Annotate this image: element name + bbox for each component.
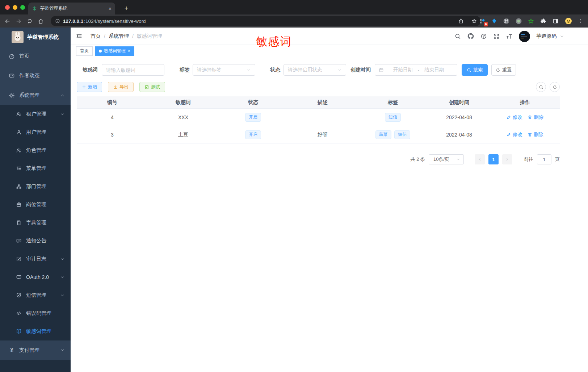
tab-sensitive-word[interactable]: 敏感词管理 ×	[95, 46, 134, 56]
org-chart-icon	[16, 184, 22, 189]
browser-tab[interactable]: 芋道管理系统 ×	[28, 3, 115, 14]
tab-close-icon[interactable]: ×	[109, 6, 112, 11]
bookmark-star-icon[interactable]	[471, 18, 477, 24]
profile-emoji-avatar[interactable]	[564, 17, 572, 25]
sidebar-item-audit-log[interactable]: 审计日志	[0, 250, 71, 268]
sidebar-item-system[interactable]: 系统管理	[0, 85, 71, 105]
command-extension-icon[interactable]	[503, 18, 510, 25]
sidebar-item-author-news[interactable]: 作者动态	[0, 66, 71, 85]
tag-badge: 蔬菜	[375, 130, 391, 139]
url-bar[interactable]: 127.0.0.1:1024/system/sensitive-word	[51, 16, 481, 26]
side-panel-icon[interactable]	[552, 18, 559, 25]
forward-icon[interactable]	[16, 18, 22, 24]
download-icon	[113, 85, 118, 89]
breadcrumb: 首页 / 系统管理 / 敏感词管理	[91, 33, 162, 39]
browser-menu-icon[interactable]	[578, 18, 584, 24]
browser-toolbar: 127.0.0.1:1024/system/sensitive-word 9	[0, 14, 588, 28]
status-select[interactable]: 请选择启用状态	[284, 64, 346, 76]
extensions-puzzle-icon[interactable]	[540, 18, 547, 25]
font-size-icon[interactable]	[506, 33, 513, 40]
toggle-search-button[interactable]	[536, 82, 546, 92]
sidebar-item-sms[interactable]: 短信管理	[0, 286, 71, 304]
delete-link[interactable]: 删除	[528, 114, 543, 121]
sidebar-item-label: 审计日志	[26, 256, 46, 262]
zoom-window-button[interactable]	[20, 5, 25, 10]
close-window-button[interactable]	[5, 5, 10, 10]
next-page-button[interactable]	[502, 154, 512, 164]
navbar-actions: 芋道源码	[454, 28, 588, 45]
user-avatar[interactable]	[519, 31, 530, 42]
breadcrumb-system[interactable]: 系统管理	[109, 33, 129, 39]
status-badge[interactable]: 开启	[245, 113, 261, 122]
trash-icon	[528, 115, 532, 120]
sidebar-item-notice[interactable]: 通知公告	[0, 232, 71, 250]
sidebar-item-menu[interactable]: 菜单管理	[0, 159, 71, 177]
breadcrumb-home[interactable]: 首页	[91, 33, 101, 39]
extension-grid-icon[interactable]: 9	[479, 18, 486, 25]
sidebar-item-label: 通知公告	[26, 238, 46, 244]
site-info-icon[interactable]	[55, 18, 60, 24]
sidebar-item-tenant[interactable]: 租户管理	[0, 105, 71, 123]
help-icon[interactable]	[480, 33, 487, 39]
search-button[interactable]: 搜索	[462, 64, 488, 76]
test-button[interactable]: 测试	[139, 82, 165, 92]
sidebar-item-error-code[interactable]: 错误码管理	[0, 304, 71, 322]
user-caret-down-icon[interactable]	[560, 34, 564, 38]
back-icon[interactable]	[4, 18, 10, 24]
goto-label: 前往	[524, 156, 533, 163]
top-navbar: 首页 / 系统管理 / 敏感词管理 芋道源码	[71, 28, 588, 45]
keyword-input[interactable]	[106, 67, 160, 73]
sidebar-item-user[interactable]: 用户管理	[0, 123, 71, 141]
tab-home[interactable]: 首页	[76, 46, 93, 56]
reload-icon[interactable]	[27, 18, 33, 24]
export-button[interactable]: 导出	[108, 82, 134, 92]
page-unit-label: 页	[555, 156, 560, 163]
minimize-window-button[interactable]	[13, 5, 17, 10]
home-icon[interactable]	[38, 18, 44, 24]
chevron-down-icon	[60, 112, 65, 117]
chevron-down-icon	[60, 348, 65, 352]
prev-page-button[interactable]	[475, 154, 485, 164]
date-range-picker[interactable]: 开始日期 - 结束日期	[375, 64, 457, 76]
new-tab-button[interactable]: +	[122, 4, 131, 13]
sidebar-item-post[interactable]: 岗位管理	[0, 196, 71, 214]
status-badge[interactable]: 开启	[245, 130, 261, 139]
sidebar-item-dept[interactable]: 部门管理	[0, 177, 71, 196]
tag-select[interactable]: 请选择标签	[193, 64, 255, 76]
sidebar-item-label: 岗位管理	[26, 201, 46, 208]
share-icon[interactable]	[458, 18, 464, 24]
sidebar-item-sensitive-word[interactable]: 敏感词管理	[0, 322, 71, 340]
edit-link[interactable]: 修改	[507, 131, 522, 138]
add-button[interactable]: 新增	[77, 82, 102, 92]
search-icon[interactable]	[454, 33, 461, 39]
sidebar-item-role[interactable]: 角色管理	[0, 141, 71, 159]
sidebar-item-oauth[interactable]: OAuth 2.0	[0, 268, 71, 286]
green-star-extension-icon[interactable]	[528, 18, 534, 25]
gray-circle-extension-icon[interactable]	[515, 18, 522, 25]
tags-view-bar: 首页 敏感词管理 ×	[71, 45, 588, 57]
chevron-down-icon	[60, 257, 65, 262]
page-number-button[interactable]: 1	[488, 154, 499, 164]
sidebar-item-home[interactable]: 首页	[0, 46, 71, 66]
chevron-down-icon	[60, 275, 65, 280]
refresh-table-button[interactable]	[550, 82, 560, 92]
vue-devtools-icon[interactable]	[491, 18, 497, 24]
sidebar-fold-icon[interactable]	[76, 33, 83, 39]
sidebar-item-pay[interactable]: ¥ 支付管理	[0, 340, 71, 360]
goto-page-input[interactable]	[537, 154, 551, 164]
page-size-select[interactable]: 10条/页	[429, 154, 464, 164]
user-name[interactable]: 芋道源码	[536, 33, 556, 39]
delete-link[interactable]: 删除	[528, 131, 543, 138]
table-header: 编号 敏感词 状态 描述 标签 创建时间 操作	[77, 96, 560, 109]
fullscreen-icon[interactable]	[493, 33, 500, 39]
edit-link[interactable]: 修改	[507, 114, 522, 121]
reset-button[interactable]: 重置	[491, 64, 516, 76]
browser-tabstrip: 芋道管理系统 × +	[0, 0, 588, 14]
main-area: 首页 / 系统管理 / 敏感词管理 芋道源码	[71, 28, 588, 372]
sidebar-item-dict[interactable]: 字典管理	[0, 214, 71, 232]
github-icon[interactable]	[467, 33, 474, 40]
tab-close-icon[interactable]: ×	[128, 49, 130, 54]
refresh-icon	[553, 85, 557, 89]
table-toolbar: 新增 导出 测试	[77, 82, 560, 92]
logo-row[interactable]: 芋道管理系统	[0, 28, 71, 46]
